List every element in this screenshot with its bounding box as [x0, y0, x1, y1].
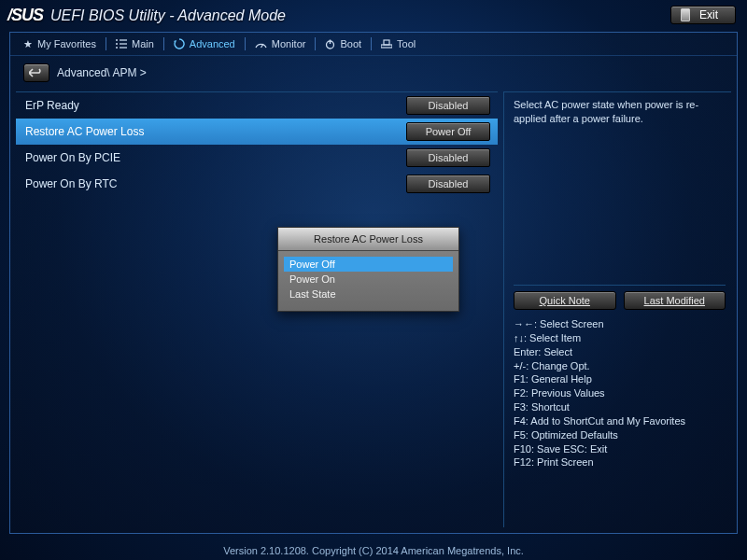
- quick-buttons-row: Quick Note Last Modified: [514, 285, 726, 310]
- tool-icon: [381, 39, 392, 49]
- tab-favorites[interactable]: ★ My Favorites: [14, 33, 106, 55]
- door-icon: [681, 8, 690, 21]
- refresh-icon: [174, 38, 185, 49]
- power-icon: [325, 39, 335, 49]
- value-button[interactable]: Disabled: [406, 148, 490, 167]
- star-icon: ★: [23, 38, 33, 50]
- breadcrumb: Advanced\ APM >: [57, 66, 147, 79]
- list-icon: [116, 39, 127, 49]
- option-popup: Restore AC Power Loss Power Off Power On…: [277, 227, 459, 312]
- hint-line: F3: Shortcut: [514, 400, 726, 414]
- content: ErP Ready Disabled Restore AC Power Loss…: [16, 91, 731, 527]
- gauge-icon: [255, 39, 267, 49]
- hint-line: →←: Select Screen: [514, 317, 726, 331]
- setting-restore-ac-power-loss[interactable]: Restore AC Power Loss Power Off: [16, 119, 498, 145]
- logo-group: /SUS UEFI BIOS Utility - Advanced Mode: [7, 6, 286, 25]
- titlebar: /SUS UEFI BIOS Utility - Advanced Mode E…: [0, 0, 747, 26]
- back-button[interactable]: [23, 63, 49, 82]
- hint-line: F4: Add to ShortCut and My Favorites: [514, 414, 726, 428]
- setting-label: Power On By RTC: [25, 177, 117, 190]
- popup-item-last-state[interactable]: Last State: [284, 287, 453, 301]
- quick-note-button[interactable]: Quick Note: [514, 291, 616, 310]
- tab-tool[interactable]: Tool: [372, 33, 425, 55]
- value-button[interactable]: Disabled: [406, 96, 490, 115]
- popup-item-power-off[interactable]: Power Off: [284, 257, 453, 272]
- settings-pane: ErP Ready Disabled Restore AC Power Loss…: [16, 91, 498, 527]
- hint-line: ↑↓: Select Item: [514, 331, 726, 345]
- tab-label: Tool: [397, 38, 416, 49]
- breadcrumb-row: Advanced\ APM >: [10, 56, 737, 86]
- setting-label: ErP Ready: [25, 99, 79, 112]
- tabbar: ★ My Favorites Main Advanced Monitor: [10, 32, 737, 56]
- tab-main[interactable]: Main: [106, 33, 163, 55]
- main-frame: ★ My Favorites Main Advanced Monitor: [9, 32, 738, 534]
- setting-power-on-by-pcie[interactable]: Power On By PCIE Disabled: [16, 145, 498, 171]
- setting-power-on-by-rtc[interactable]: Power On By RTC Disabled: [16, 171, 498, 197]
- value-button[interactable]: Power Off: [406, 122, 490, 141]
- tab-label: My Favorites: [37, 38, 96, 49]
- hint-line: F2: Previous Values: [514, 386, 726, 400]
- popup-item-power-on[interactable]: Power On: [284, 272, 453, 287]
- tab-boot[interactable]: Boot: [316, 33, 371, 55]
- popup-title: Restore AC Power Loss: [278, 228, 458, 251]
- hint-line: F1: General Help: [514, 372, 726, 386]
- help-pane: Select AC power state when power is re-a…: [503, 91, 731, 527]
- brand-logo: /SUS: [7, 6, 43, 25]
- tab-label: Monitor: [272, 38, 306, 49]
- svg-rect-10: [384, 40, 389, 45]
- exit-button[interactable]: Exit: [670, 6, 736, 24]
- tab-label: Main: [132, 38, 154, 49]
- hint-line: +/-: Change Opt.: [514, 359, 726, 373]
- hint-line: F5: Optimized Defaults: [514, 428, 726, 442]
- hint-line: F12: Print Screen: [514, 455, 726, 469]
- popup-body: Power Off Power On Last State: [278, 251, 458, 311]
- hint-line: Enter: Select: [514, 345, 726, 359]
- exit-label: Exit: [699, 8, 718, 21]
- app-title: UEFI BIOS Utility - Advanced Mode: [50, 7, 286, 24]
- help-text: Select AC power state when power is re-a…: [514, 98, 726, 275]
- setting-label: Power On By PCIE: [25, 151, 120, 164]
- back-arrow-icon: [29, 68, 44, 77]
- setting-label: Restore AC Power Loss: [25, 125, 144, 138]
- value-button[interactable]: Disabled: [406, 175, 490, 193]
- tab-label: Advanced: [190, 38, 235, 49]
- hint-line: F10: Save ESC: Exit: [514, 442, 726, 456]
- last-modified-button[interactable]: Last Modified: [624, 291, 726, 310]
- setting-erp-ready[interactable]: ErP Ready Disabled: [16, 92, 498, 119]
- tab-monitor[interactable]: Monitor: [246, 33, 316, 55]
- key-hints: →←: Select Screen ↑↓: Select Item Enter:…: [514, 317, 726, 469]
- footer: Version 2.10.1208. Copyright (C) 2014 Am…: [0, 545, 747, 556]
- tab-advanced[interactable]: Advanced: [164, 33, 245, 55]
- tab-label: Boot: [340, 38, 361, 49]
